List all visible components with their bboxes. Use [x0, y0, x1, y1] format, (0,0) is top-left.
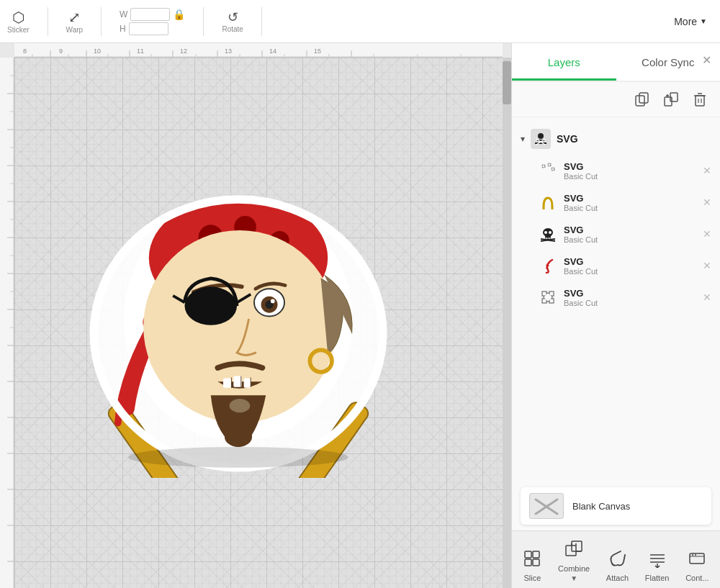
layer-item-4-info: SVG Basic Cut — [564, 256, 697, 276]
toolbar: ⬡ Sticker ⤢ Warp W 🔒 H ↺ Rotate More ▼ — [0, 0, 720, 43]
more-label: More — [674, 16, 697, 27]
layer-item-4-thumb — [538, 255, 558, 276]
rotate-label: Rotate — [222, 25, 243, 33]
svg-point-84 — [229, 399, 250, 412]
layer-item-1[interactable]: SVG Basic Cut ✕ — [518, 155, 714, 186]
sticker-tool[interactable]: ⬡ Sticker — [7, 9, 30, 34]
layer-item-2-title: SVG — [564, 193, 697, 204]
layer-item-4[interactable]: SVG Basic Cut ✕ — [518, 250, 714, 281]
layer-item-3-thumb — [538, 224, 558, 244]
slice-icon — [523, 549, 541, 572]
cont-label: Cont... — [685, 574, 708, 582]
cont-button[interactable]: Cont... — [681, 546, 713, 585]
combine-icon — [564, 540, 583, 563]
svg-rect-125 — [572, 541, 582, 551]
rotate-tool[interactable]: ↺ Rotate — [222, 9, 243, 33]
layer-item-3-close[interactable]: ✕ — [703, 228, 711, 240]
layer-group-thumb — [531, 129, 551, 149]
layer-item-1-info: SVG Basic Cut — [564, 161, 697, 181]
warp-tool[interactable]: ⤢ Warp — [66, 9, 84, 34]
more-button[interactable]: More ▼ — [668, 13, 713, 30]
svg-point-106 — [552, 168, 554, 171]
svg-rect-77 — [222, 378, 230, 387]
svg-point-69 — [143, 230, 336, 423]
ruler-vertical — [0, 58, 14, 588]
svg-point-111 — [544, 231, 547, 234]
svg-point-76 — [270, 299, 274, 303]
layer-item-2-thumb — [538, 192, 558, 212]
svg-rect-79 — [243, 378, 251, 387]
layer-item-3-info: SVG Basic Cut — [564, 225, 697, 244]
ruler-horizontal: 8 9 10 11 12 13 14 15 — [14, 43, 503, 58]
lock-icon[interactable]: 🔒 — [173, 9, 185, 20]
layer-item-2-subtitle: Basic Cut — [564, 204, 697, 212]
layer-item-5-thumb — [538, 287, 558, 307]
layer-group-svg: ▾ SVG — [512, 123, 720, 313]
duplicate-button[interactable] — [631, 88, 654, 111]
svg-text:14: 14 — [269, 48, 276, 55]
panel-close-button[interactable]: ✕ — [699, 50, 714, 70]
layer-item-4-close[interactable]: ✕ — [703, 260, 711, 271]
layer-item-5-subtitle: Basic Cut — [564, 299, 697, 307]
separator-4 — [261, 7, 262, 36]
svg-rect-123 — [533, 559, 539, 566]
svg-point-134 — [692, 554, 693, 556]
svg-rect-89 — [639, 93, 648, 103]
attach-button[interactable]: Attach — [602, 546, 633, 585]
layer-item-1-close[interactable]: ✕ — [703, 165, 711, 176]
svg-text:10: 10 — [94, 48, 101, 55]
chevron-down-icon: ▾ — [521, 134, 525, 144]
pirate-svg — [66, 168, 411, 478]
layer-item-5[interactable]: SVG Basic Cut ✕ — [518, 281, 714, 313]
blank-canvas-item[interactable]: Blank Canvas — [521, 487, 711, 525]
tab-layers[interactable]: Layers — [512, 43, 616, 81]
rotate-icon[interactable]: ↺ — [228, 9, 238, 25]
design-canvas-image[interactable] — [66, 168, 411, 478]
canvas-scrollbar[interactable] — [503, 58, 511, 588]
warp-label: Warp — [66, 26, 84, 34]
canvas-grid[interactable] — [14, 58, 511, 588]
combine-chevron-icon: ▼ — [570, 574, 577, 582]
svg-rect-122 — [525, 559, 531, 566]
panel-tabs: Layers Color Sync ✕ — [512, 43, 720, 82]
svg-point-83 — [224, 426, 251, 447]
blank-canvas-icon — [532, 496, 561, 516]
cont-icon — [688, 549, 706, 572]
scrollbar-thumb[interactable] — [503, 61, 511, 104]
separator-2 — [101, 7, 102, 36]
height-input[interactable] — [129, 22, 168, 35]
combine-button[interactable]: Combine ▼ — [554, 537, 594, 585]
separator-1 — [48, 7, 48, 36]
delete-button[interactable] — [688, 88, 711, 111]
layer-item-3[interactable]: SVG Basic Cut ✕ — [518, 218, 714, 250]
blank-canvas-thumb — [529, 493, 564, 519]
send-back-button[interactable] — [660, 88, 683, 111]
combine-label: Combine — [558, 564, 590, 573]
layer-item-3-subtitle: Basic Cut — [564, 235, 697, 244]
layer-group-header[interactable]: ▾ SVG — [518, 123, 714, 155]
layer-item-5-close[interactable]: ✕ — [703, 291, 711, 303]
svg-point-105 — [548, 163, 551, 166]
layer-item-2-close[interactable]: ✕ — [703, 196, 711, 208]
blank-canvas-label: Blank Canvas — [572, 501, 630, 512]
svg-point-87 — [128, 447, 348, 468]
layer-item-2[interactable]: SVG Basic Cut ✕ — [518, 186, 714, 218]
layer-item-1-thumb — [538, 160, 558, 181]
layers-list[interactable]: ▾ SVG — [512, 117, 720, 481]
svg-text:12: 12 — [180, 48, 187, 55]
svg-rect-0 — [14, 43, 503, 57]
width-input[interactable] — [130, 8, 170, 21]
width-label: W — [120, 9, 127, 19]
layer-item-3-title: SVG — [564, 225, 697, 235]
right-panel: Layers Color Sync ✕ — [511, 43, 720, 588]
svg-text:15: 15 — [314, 48, 321, 55]
svg-point-70 — [184, 286, 237, 325]
slice-button[interactable]: Slice — [518, 546, 546, 585]
flatten-button[interactable]: Flatten — [641, 546, 674, 585]
layer-item-4-title: SVG — [564, 256, 697, 267]
slice-label: Slice — [523, 574, 541, 582]
svg-rect-120 — [525, 551, 531, 558]
flatten-label: Flatten — [645, 574, 670, 582]
canvas-area[interactable]: 8 9 10 11 12 13 14 15 — [0, 43, 511, 588]
size-group: W 🔒 H — [120, 8, 185, 35]
